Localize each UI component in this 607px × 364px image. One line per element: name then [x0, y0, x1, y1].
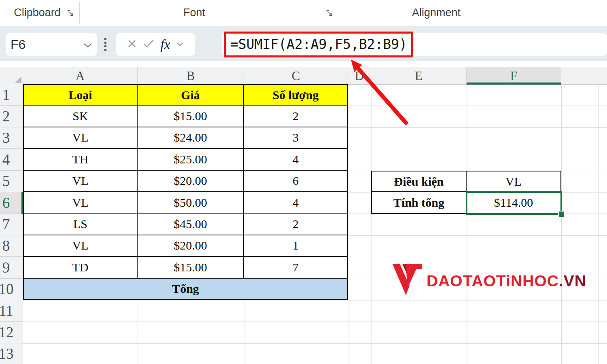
cell-a7[interactable]: LS	[23, 214, 138, 235]
name-box-value[interactable]: F6	[11, 33, 25, 56]
cell-e5-dieu-kien[interactable]: Điều kiện	[371, 171, 467, 192]
cell-c1[interactable]: Số lượng	[244, 84, 348, 106]
row-header-8[interactable]: 8	[0, 235, 23, 257]
formula-bar-drag-handle[interactable]	[104, 38, 106, 51]
column-header-partial[interactable]	[561, 67, 607, 85]
cell-b1[interactable]: Giá	[138, 84, 244, 106]
cell-a8[interactable]: VL	[23, 235, 138, 257]
gridline	[348, 84, 348, 364]
logo-text: DAOTAOTiNHOC.VN	[427, 272, 586, 290]
column-header-a[interactable]: A	[23, 67, 138, 85]
formula-input[interactable]: =SUMIF(A2:A9,F5,B2:B9)	[230, 34, 407, 55]
logo-domain: .VN	[559, 272, 586, 290]
gridline	[23, 343, 607, 344]
cell-c6[interactable]: 4	[244, 192, 348, 214]
cell-b7[interactable]: $45.00	[138, 214, 244, 235]
cell-f5-criteria-value[interactable]: VL	[467, 171, 561, 192]
excel-window: Clipboard Font Alignment F6 fx	[0, 0, 607, 364]
data-table: Loại Giá Số lượng SK $15.00 2 VL $24.00 …	[23, 84, 348, 300]
ribbon-group-divider	[79, 2, 80, 24]
selected-column-underline	[467, 83, 561, 85]
cell-a10-tong-merged[interactable]: Tổng	[23, 279, 348, 300]
column-header-f[interactable]: F	[467, 67, 561, 85]
cell-c9[interactable]: 7	[244, 257, 348, 278]
gridline	[561, 84, 562, 364]
cell-a1[interactable]: Loại	[23, 84, 138, 106]
cell-b3[interactable]: $24.00	[138, 127, 244, 149]
row-header-13[interactable]: 13	[0, 343, 23, 364]
cell-c2[interactable]: 2	[244, 106, 348, 127]
active-cell-selection-border[interactable]	[466, 191, 562, 215]
cell-c8[interactable]: 1	[244, 235, 348, 257]
row-header-3[interactable]: 3	[0, 127, 23, 149]
row-header-4[interactable]: 4	[0, 149, 23, 170]
name-box[interactable]: F6	[6, 33, 97, 56]
row-header-10[interactable]: 10	[0, 279, 23, 300]
column-header-c[interactable]: C	[244, 67, 348, 85]
cell-b9[interactable]: $15.00	[138, 257, 244, 278]
name-box-chevron-icon[interactable]	[83, 42, 92, 50]
row-header-band: 1 2 3 4 5 6 7 8 9 10 11 12 13	[0, 84, 23, 364]
dialog-launcher-icon[interactable]	[326, 10, 333, 17]
cancel-icon[interactable]	[127, 39, 137, 50]
gridline	[23, 322, 607, 322]
row-header-6-selected[interactable]: 6	[0, 192, 23, 214]
column-header-e[interactable]: E	[371, 67, 467, 85]
cell-a3[interactable]: VL	[23, 127, 138, 149]
cell-a4[interactable]: TH	[23, 149, 138, 170]
select-all-triangle-icon	[15, 76, 21, 83]
row-header-9[interactable]: 9	[0, 257, 23, 278]
logo-v-mark-icon	[392, 260, 422, 302]
cell-a5[interactable]: VL	[23, 171, 138, 192]
ribbon-group-clipboard: Clipboard	[14, 6, 61, 19]
cell-b8[interactable]: $20.00	[138, 235, 244, 257]
cell-b2[interactable]: $15.00	[138, 106, 244, 127]
formula-buttons-box: fx	[116, 33, 195, 56]
cell-a9[interactable]: TD	[23, 257, 138, 278]
ribbon-group-divider	[336, 2, 336, 24]
watermark-logo: DAOTAOTiNHOC.VN	[392, 260, 586, 302]
cell-c4[interactable]: 4	[244, 149, 348, 170]
gridline	[467, 84, 467, 364]
column-header-b[interactable]: B	[138, 67, 244, 85]
cell-b5[interactable]: $20.00	[138, 171, 244, 192]
ribbon: Clipboard Font Alignment	[0, 0, 607, 26]
cell-a2[interactable]: SK	[23, 106, 138, 127]
cell-e6-tinh-tong[interactable]: Tính tổng	[371, 192, 467, 214]
fill-handle[interactable]	[558, 211, 565, 218]
cell-c5[interactable]: 6	[244, 171, 348, 192]
enter-check-icon[interactable]	[143, 39, 154, 50]
select-all-corner[interactable]	[0, 67, 23, 85]
row-header-1[interactable]: 1	[0, 84, 23, 106]
dialog-launcher-icon[interactable]	[67, 10, 74, 17]
ribbon-group-alignment: Alignment	[412, 6, 461, 19]
cell-a6[interactable]: VL	[23, 192, 138, 214]
formula-annotation-red-box: =SUMIF(A2:A9,F5,B2:B9)	[224, 32, 413, 57]
column-header-d[interactable]: D	[348, 67, 371, 85]
gridline	[598, 84, 599, 364]
row-header-7[interactable]: 7	[0, 214, 23, 235]
ribbon-group-font: Font	[183, 6, 205, 19]
formula-chevron-icon[interactable]	[176, 41, 184, 48]
insert-function-fx-button[interactable]: fx	[161, 37, 170, 52]
cell-b6[interactable]: $50.00	[138, 192, 244, 214]
row-header-11[interactable]: 11	[0, 300, 23, 322]
gridline	[371, 84, 371, 364]
row-header-2[interactable]: 2	[0, 106, 23, 127]
cell-c7[interactable]: 2	[244, 214, 348, 235]
row-header-5[interactable]: 5	[0, 171, 23, 192]
cell-c3[interactable]: 3	[244, 127, 348, 149]
cell-b4[interactable]: $25.00	[138, 149, 244, 170]
formula-bar: F6 fx =SUMIF(A2:A9,F5,B2:B9)	[0, 26, 607, 61]
row-header-12[interactable]: 12	[0, 322, 23, 343]
